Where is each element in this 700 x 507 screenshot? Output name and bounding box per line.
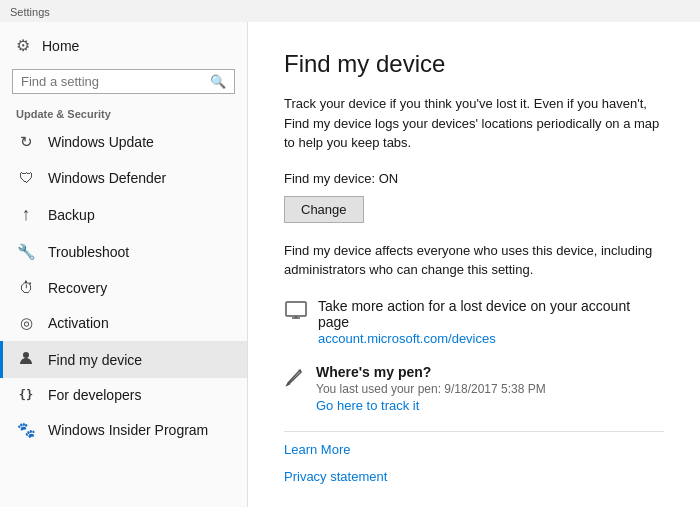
sidebar-item-find-my-device[interactable]: Find my device: [0, 341, 247, 378]
sidebar-item-label: Troubleshoot: [48, 244, 129, 260]
affects-text: Find my device affects everyone who uses…: [284, 241, 664, 280]
sidebar-item-label: Windows Update: [48, 134, 154, 150]
sidebar-item-label: Windows Insider Program: [48, 422, 208, 438]
sidebar-item-home[interactable]: ⚙ Home: [0, 26, 247, 65]
account-text-block: Take more action for a lost device on yo…: [318, 298, 664, 346]
svg-point-0: [23, 352, 29, 358]
app-title: Settings: [10, 6, 50, 18]
sidebar-item-label: Recovery: [48, 280, 107, 296]
title-bar: Settings: [0, 0, 700, 22]
monitor-icon: [284, 300, 308, 326]
search-input[interactable]: [21, 74, 210, 89]
pen-title: Where's my pen?: [316, 364, 546, 380]
pen-info: Where's my pen? You last used your pen: …: [316, 364, 546, 413]
account-text: Take more action for a lost device on yo…: [318, 298, 630, 330]
sidebar-item-for-developers[interactable]: {} For developers: [0, 378, 247, 412]
activation-icon: ◎: [16, 314, 36, 332]
recovery-icon: ⏱: [16, 279, 36, 296]
account-section: Take more action for a lost device on yo…: [284, 298, 664, 346]
sidebar-item-label: Backup: [48, 207, 95, 223]
sidebar-item-recovery[interactable]: ⏱ Recovery: [0, 270, 247, 305]
sidebar-item-backup[interactable]: ↑ Backup: [0, 195, 247, 234]
home-gear-icon: ⚙: [16, 36, 30, 55]
backup-icon: ↑: [16, 204, 36, 225]
pen-icon: [284, 366, 306, 393]
sidebar-item-label: Windows Defender: [48, 170, 166, 186]
account-link[interactable]: account.microsoft.com/devices: [318, 331, 496, 346]
windows-defender-icon: 🛡: [16, 169, 36, 186]
sidebar-item-troubleshoot[interactable]: 🔧 Troubleshoot: [0, 234, 247, 270]
learn-more-link[interactable]: Learn More: [284, 442, 664, 457]
troubleshoot-icon: 🔧: [16, 243, 36, 261]
svg-rect-1: [286, 302, 306, 316]
search-box: 🔍: [12, 69, 235, 94]
sidebar-item-label: Activation: [48, 315, 109, 331]
sidebar-item-label: Find my device: [48, 352, 142, 368]
main-description: Track your device if you think you've lo…: [284, 94, 664, 153]
device-status: Find my device: ON: [284, 171, 664, 186]
pen-section: Where's my pen? You last used your pen: …: [284, 364, 664, 413]
sidebar-item-windows-update[interactable]: ↻ Windows Update: [0, 124, 247, 160]
home-label: Home: [42, 38, 79, 54]
windows-update-icon: ↻: [16, 133, 36, 151]
developer-icon: {}: [16, 388, 36, 402]
insider-icon: 🐾: [16, 421, 36, 439]
sidebar-item-activation[interactable]: ◎ Activation: [0, 305, 247, 341]
page-title: Find my device: [284, 50, 664, 78]
sidebar-item-windows-insider[interactable]: 🐾 Windows Insider Program: [0, 412, 247, 448]
pen-sub: You last used your pen: 9/18/2017 5:38 P…: [316, 382, 546, 396]
divider: [284, 431, 664, 432]
pen-track-link[interactable]: Go here to track it: [316, 398, 546, 413]
privacy-statement-link[interactable]: Privacy statement: [284, 469, 664, 484]
find-device-icon: [16, 350, 36, 369]
link-section: Learn More Privacy statement: [284, 442, 664, 484]
app-container: ⚙ Home 🔍 Update & Security ↻ Windows Upd…: [0, 22, 700, 507]
change-button[interactable]: Change: [284, 196, 364, 223]
section-label: Update & Security: [0, 102, 247, 124]
sidebar: ⚙ Home 🔍 Update & Security ↻ Windows Upd…: [0, 22, 248, 507]
search-icon: 🔍: [210, 74, 226, 89]
sidebar-item-label: For developers: [48, 387, 141, 403]
main-content: Find my device Track your device if you …: [248, 22, 700, 507]
sidebar-item-windows-defender[interactable]: 🛡 Windows Defender: [0, 160, 247, 195]
